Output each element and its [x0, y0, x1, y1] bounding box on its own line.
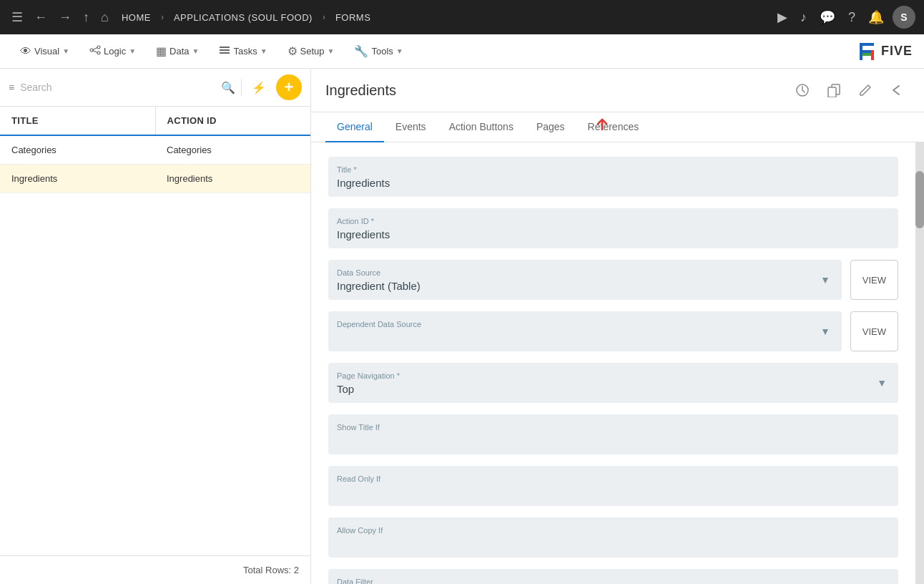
five-logo-text: FIVE — [881, 44, 913, 59]
separator — [241, 79, 242, 96]
history-icon[interactable] — [790, 77, 815, 103]
row-2-action-id: Ingredients — [155, 165, 310, 193]
scrollbar-thumb[interactable] — [915, 171, 924, 228]
nav-logic[interactable]: Logic ▼ — [81, 40, 144, 63]
table-row[interactable]: Ingredients Ingredients — [0, 165, 310, 193]
svg-marker-10 — [862, 53, 871, 56]
col-action-id: Action ID — [156, 107, 311, 135]
logic-icon — [89, 44, 101, 59]
music-icon[interactable]: ♪ — [796, 7, 811, 28]
svg-point-2 — [97, 52, 100, 54]
tab-references[interactable]: References — [576, 112, 651, 142]
search-input[interactable] — [20, 82, 215, 93]
play-icon[interactable]: ▶ — [773, 6, 792, 28]
tools-caret-icon: ▼ — [396, 47, 403, 55]
nav-data[interactable]: ▦ Data ▼ — [147, 40, 207, 62]
show-title-if-label: Show Title If — [337, 423, 890, 432]
nav-app[interactable]: APPLICATIONS (SOUL FOOD) — [169, 9, 317, 26]
data-table: Title Action ID Categories Categories In… — [0, 107, 310, 555]
right-actions — [790, 77, 910, 103]
avatar[interactable]: S — [893, 6, 915, 29]
nav-setup[interactable]: ⚙ Setup ▼ — [279, 40, 343, 62]
tasks-icon — [219, 44, 230, 59]
bell-icon[interactable]: 🔔 — [864, 6, 888, 28]
visual-caret-icon: ▼ — [62, 47, 69, 55]
action-id-label: Action ID * — [337, 217, 890, 225]
action-id-field[interactable]: Action ID * Ingredients — [328, 208, 898, 248]
search-bar: ≡ 🔍 ⚡ + — [0, 69, 310, 107]
svg-rect-7 — [220, 52, 230, 54]
table-footer: Total Rows: 2 — [0, 555, 310, 584]
nav-forms[interactable]: FORMS — [331, 9, 375, 26]
dep-data-source-view-button[interactable]: VIEW — [850, 311, 898, 351]
home-icon[interactable]: ⌂ — [98, 7, 112, 28]
back-arrow-icon[interactable] — [884, 77, 910, 103]
page-nav-label: Page Navigation * — [337, 371, 877, 380]
svg-rect-13 — [828, 87, 836, 97]
nav-home[interactable]: HOME — [117, 9, 155, 26]
nav-tasks-label: Tasks — [233, 46, 257, 57]
table-header: Title Action ID — [0, 107, 310, 136]
setup-caret-icon: ▼ — [328, 47, 335, 55]
show-title-if-value — [337, 434, 890, 447]
nav-sep-2: › — [323, 12, 325, 22]
right-panel: Ingredients General Events Action Bu — [311, 69, 924, 584]
five-logo-icon — [855, 40, 878, 63]
data-filter-field[interactable]: Data Filter — [328, 569, 898, 584]
add-button[interactable]: + — [276, 74, 302, 100]
allow-copy-if-field[interactable]: Allow Copy If — [328, 517, 898, 558]
show-title-if-field[interactable]: Show Title If — [328, 414, 898, 454]
svg-point-1 — [97, 46, 100, 49]
tab-events[interactable]: Events — [384, 112, 438, 142]
dependent-data-source-field[interactable]: Dependent Data Source ▼ — [328, 311, 842, 351]
dependent-data-source-group: Dependent Data Source ▼ VIEW — [328, 311, 898, 351]
nav-tools[interactable]: 🔧 Tools ▼ — [345, 40, 411, 62]
chat-icon[interactable]: 💬 — [815, 6, 840, 28]
tab-general[interactable]: General — [325, 112, 384, 142]
page-nav-value: Top — [337, 383, 877, 395]
nav-data-label: Data — [169, 46, 189, 57]
filter-lines-icon: ≡ — [9, 82, 14, 93]
scrollbar[interactable] — [915, 142, 924, 584]
data-source-field[interactable]: Data Source Ingredient (Table) ▼ — [328, 260, 842, 300]
action-id-value: Ingredients — [337, 228, 890, 240]
tab-action-buttons[interactable]: Action Buttons — [438, 112, 525, 142]
allow-copy-if-value — [337, 537, 890, 550]
table-row[interactable]: Categories Categories — [0, 136, 310, 165]
data-source-view-button[interactable]: VIEW — [850, 260, 898, 300]
tab-pages[interactable]: Pages — [525, 112, 576, 142]
top-nav-right: ▶ ♪ 💬 ? 🔔 S — [773, 6, 915, 29]
menu-icon[interactable]: ☰ — [9, 6, 26, 28]
main-layout: ≡ 🔍 ⚡ + Title Action ID Categories Categ… — [0, 69, 924, 584]
up-icon[interactable]: ↑ — [80, 7, 92, 28]
edit-icon[interactable] — [852, 77, 878, 103]
read-only-if-label: Read Only If — [337, 474, 890, 483]
data-source-caret-icon: ▼ — [820, 274, 833, 286]
nav-visual[interactable]: 👁 Visual ▼ — [11, 41, 78, 62]
dep-data-source-caret-icon: ▼ — [820, 326, 833, 337]
total-rows-label: Total Rows: 2 — [243, 565, 299, 575]
dependent-ds-value — [337, 331, 820, 344]
title-field[interactable]: Title * Ingredients — [328, 157, 898, 197]
page-nav-caret-icon: ▼ — [877, 377, 890, 389]
setup-icon: ⚙ — [287, 44, 298, 58]
search-icon[interactable]: 🔍 — [221, 81, 235, 94]
row-1-action-id: Categories — [155, 136, 310, 164]
forward-icon[interactable]: → — [56, 7, 74, 28]
svg-point-0 — [90, 49, 93, 52]
back-icon[interactable]: ← — [31, 7, 50, 28]
row-2-title: Ingredients — [0, 165, 155, 193]
dependent-ds-content: Dependent Data Source — [337, 320, 820, 344]
row-1-title: Categories — [0, 136, 155, 164]
dependent-ds-label: Dependent Data Source — [337, 320, 820, 328]
tools-icon: 🔧 — [354, 44, 368, 58]
page-navigation-field[interactable]: Page Navigation * Top ▼ — [328, 363, 898, 403]
secondary-nav: 👁 Visual ▼ Logic ▼ ▦ Data ▼ Tasks ▼ ⚙ Se… — [0, 34, 924, 69]
data-source-label: Data Source — [337, 268, 820, 277]
nav-tasks[interactable]: Tasks ▼ — [210, 40, 275, 63]
read-only-if-field[interactable]: Read Only If — [328, 466, 898, 506]
copy-icon[interactable] — [821, 77, 847, 103]
flash-icon-button[interactable]: ⚡ — [247, 76, 270, 99]
help-icon[interactable]: ? — [844, 7, 860, 28]
logic-caret-icon: ▼ — [129, 47, 136, 55]
